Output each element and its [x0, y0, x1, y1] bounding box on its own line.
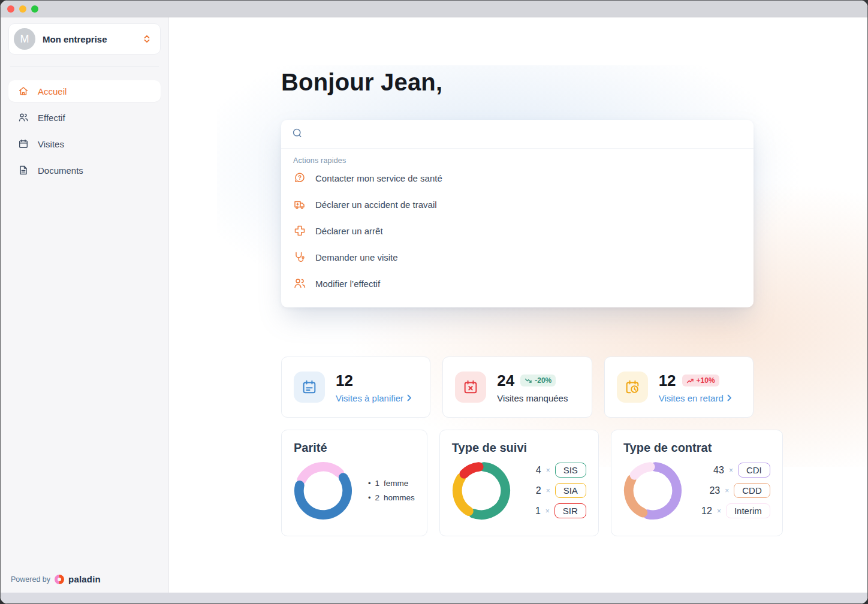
- legend-count: 4: [527, 465, 541, 476]
- chart-card-type-de-contrat: Type de contrat 43 × CDI 23: [611, 430, 783, 536]
- type-de-contrat-donut-chart: [623, 461, 682, 520]
- stat-value: 12: [659, 372, 676, 390]
- legend-item: 43 × CDI: [698, 463, 770, 478]
- legend-count: 43: [710, 465, 724, 476]
- sidebar-item-visites[interactable]: Visites: [8, 133, 161, 155]
- legend-pill: SIA: [555, 483, 586, 498]
- trend-down-icon: [525, 378, 532, 384]
- type-de-contrat-legend: 43 × CDI 23 × CDD 12: [698, 463, 770, 518]
- search-icon: [292, 128, 303, 141]
- document-icon: [18, 165, 29, 176]
- parite-legend: • 1 femme • 2 hommes: [368, 479, 415, 502]
- quick-action-modifier-effectif[interactable]: Modifier l’effectif: [293, 270, 742, 297]
- parite-donut-chart: [294, 461, 352, 520]
- stat-label-text: Visites à planifier: [336, 393, 403, 403]
- quick-action-contact-sante[interactable]: Contacter mon service de santé: [293, 165, 742, 191]
- stat-label-text: Visites en retard: [659, 393, 724, 403]
- calendar-lines-icon: [294, 372, 325, 403]
- multiply-icon: ×: [729, 466, 733, 475]
- charts-row: Parité • 1 femme •: [281, 430, 754, 536]
- stat-value: 12: [336, 372, 353, 390]
- stat-link-visites-en-retard[interactable]: Visites en retard: [659, 393, 732, 403]
- legend-label: hommes: [384, 493, 415, 502]
- trend-badge-up: +10%: [682, 375, 719, 386]
- stats-row: 12 Visites à planifier: [281, 357, 754, 418]
- people-icon: [293, 277, 306, 290]
- chart-title: Parité: [294, 441, 415, 455]
- badge-text: +10%: [697, 376, 715, 385]
- stat-label-visites-manquees: Visites manquées: [497, 393, 568, 403]
- quick-actions-title: Actions rapides: [293, 156, 742, 165]
- zoom-window-button[interactable]: [31, 5, 38, 13]
- badge-text: -20%: [535, 376, 551, 385]
- quick-action-label: Déclarer un arrêt: [315, 226, 383, 236]
- legend-count: 1: [526, 506, 541, 517]
- chart-card-parite: Parité • 1 femme •: [281, 430, 427, 536]
- quick-action-accident-travail[interactable]: Déclarer un accident de travail: [293, 191, 742, 218]
- trend-badge-down: -20%: [520, 375, 556, 386]
- legend-item: 2 × SIA: [526, 483, 586, 498]
- legend-pill: SIR: [554, 503, 586, 518]
- stat-value: 24: [497, 372, 514, 390]
- search-bar: [281, 120, 754, 149]
- close-window-button[interactable]: [7, 5, 14, 13]
- stat-label-text: Visites manquées: [497, 393, 568, 403]
- type-de-suivi-legend: 4 × SIS 2 × SIA 1: [526, 463, 586, 518]
- sidebar-item-effectif[interactable]: Effectif: [8, 107, 161, 128]
- multiply-icon: ×: [546, 466, 550, 475]
- calendar-icon: [18, 138, 29, 149]
- legend-label: femme: [384, 479, 408, 488]
- sidebar-item-label: Accueil: [38, 86, 67, 96]
- ambulance-icon: [293, 198, 306, 211]
- chevron-right-icon: [407, 394, 412, 401]
- legend-pill: CDI: [738, 463, 770, 478]
- bullet-icon: •: [368, 493, 371, 502]
- quick-action-label: Modifier l’effectif: [315, 279, 380, 289]
- legend-pill: CDD: [734, 483, 770, 498]
- quick-action-declarer-arret[interactable]: Déclarer un arrêt: [293, 218, 742, 244]
- quick-action-label: Demander une visite: [315, 252, 398, 262]
- bullet-icon: •: [368, 479, 371, 488]
- sidebar-item-label: Documents: [38, 165, 83, 176]
- legend-value: 1: [375, 479, 380, 488]
- quick-action-demander-visite[interactable]: Demander une visite: [293, 244, 742, 270]
- paladin-brand-label: paladin: [68, 574, 101, 584]
- app-window: M Mon entreprise Accueil Effectif: [0, 0, 868, 604]
- legend-count: 12: [698, 506, 712, 517]
- company-avatar: M: [14, 28, 35, 50]
- calendar-x-icon: [455, 372, 486, 403]
- quick-action-label: Déclarer un accident de travail: [315, 200, 437, 210]
- home-icon: [18, 86, 29, 96]
- multiply-icon: ×: [717, 507, 721, 515]
- legend-count: 23: [706, 485, 720, 496]
- main-area: Bonjour Jean, Actions rapides: [169, 17, 867, 593]
- minimize-window-button[interactable]: [19, 5, 26, 13]
- window-bottom-bar: [1, 593, 867, 603]
- legend-item: • 2 hommes: [368, 493, 415, 502]
- search-panel: Actions rapides Contacter mon service de…: [281, 120, 754, 307]
- titlebar: [1, 1, 867, 17]
- page-title: Bonjour Jean,: [281, 69, 754, 96]
- chat-question-icon: [293, 171, 306, 185]
- legend-item: • 1 femme: [368, 479, 415, 488]
- stat-link-visites-a-planifier[interactable]: Visites à planifier: [336, 393, 412, 403]
- legend-item: 23 × CDD: [698, 483, 770, 498]
- company-selector[interactable]: M Mon entreprise: [8, 23, 161, 55]
- powered-by-label: Powered by: [11, 575, 50, 584]
- sidebar-item-label: Visites: [38, 139, 64, 149]
- sidebar-item-accueil[interactable]: Accueil: [8, 80, 161, 102]
- stethoscope-icon: [293, 250, 306, 264]
- medical-cross-icon: [293, 224, 306, 237]
- chevron-right-icon: [727, 394, 732, 401]
- search-input[interactable]: [309, 129, 743, 140]
- sidebar-footer: Powered by paladin: [8, 574, 161, 584]
- legend-count: 2: [527, 485, 541, 496]
- legend-item: 1 × SIR: [526, 503, 586, 518]
- sidebar-item-label: Effectif: [38, 113, 65, 123]
- paladin-logo-icon: [55, 575, 64, 584]
- sidebar-item-documents[interactable]: Documents: [8, 159, 161, 181]
- sidebar-divider: [10, 67, 159, 67]
- multiply-icon: ×: [546, 487, 550, 495]
- legend-value: 2: [375, 493, 380, 502]
- people-icon: [18, 112, 29, 123]
